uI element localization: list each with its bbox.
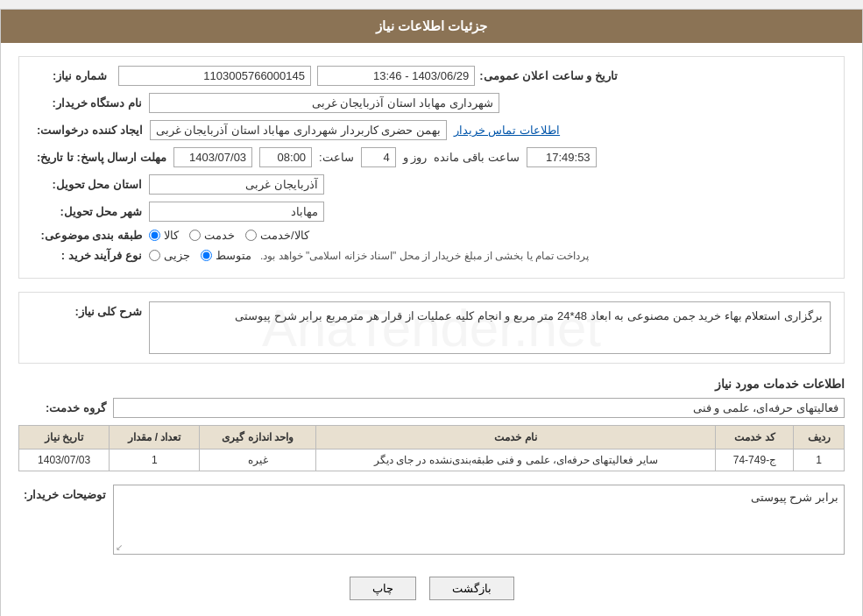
noe-radio-group: متوسط جزیی [149, 249, 251, 262]
mohlat-roz-value: 4 [361, 147, 396, 167]
tabaghe-kala[interactable]: کالا [149, 229, 179, 242]
sharh-row: برگزاری استعلام بهاء خرید جمن مصنوعی به … [32, 301, 831, 354]
cell-kod: ج-749-74 [716, 450, 794, 471]
mohlat-mande-label: ساعت باقی مانده [434, 151, 519, 164]
col-tarikh: تاریخ نیاز [19, 426, 110, 450]
buyer-notes-section: برابر شرح پیوستی ↙ توضیحات خریدار: [18, 485, 845, 555]
tarikh-label: تاریخ و ساعت اعلان عمومی: [479, 69, 618, 82]
tabaghe-radio-group: کالا/خدمت خدمت کالا [149, 229, 309, 242]
buyer-notes-box: برابر شرح پیوستی ↙ [113, 485, 845, 555]
noe-motavaset-radio[interactable] [201, 250, 212, 261]
button-row: بازگشت چاپ [18, 568, 845, 613]
tabaghe-khadmat[interactable]: خدمت [189, 229, 235, 242]
noe-jozi[interactable]: جزیی [149, 249, 190, 262]
ettelaat-link[interactable]: اطلاعات تماس خریدار [454, 124, 560, 137]
row-namdastgah: شهرداری مهاباد استان آذربایجان غربی نام … [32, 93, 831, 113]
khadamat-title: اطلاعات خدمات مورد نیاز [18, 377, 845, 391]
sharh-value: برگزاری استعلام بهاء خرید جمن مصنوعی به … [149, 301, 831, 354]
khadamat-table: ردیف کد خدمت نام خدمت واحد اندازه گیری ت… [18, 425, 845, 471]
noe-group: پرداخت تمام یا بخشی از مبلغ خریدار از مح… [149, 249, 589, 262]
tabaghe-kalaKhadmat-radio[interactable] [245, 230, 257, 241]
col-vahed: واحد اندازه گیری [200, 426, 315, 450]
noe-label: نوع فرآیند خرید : [37, 249, 142, 262]
row-tabaghe: کالا/خدمت خدمت کالا طبقه بندی موضوعی: [32, 229, 831, 242]
print-button[interactable]: چاپ [350, 577, 416, 600]
buyer-notes-value: برابر شرح پیوستی [751, 491, 838, 504]
tarikh-value: 1403/06/29 - 13:46 [317, 66, 475, 86]
mohlat-group: 17:49:53 ساعت باقی مانده روز و 4 ساعت: 0… [173, 147, 596, 167]
tabaghe-kala-label: کالا [164, 229, 179, 242]
grohe-row: فعالیتهای حرفه‌ای، علمی و فنی گروه خدمت: [18, 398, 845, 418]
noe-motavaset-label: متوسط [216, 249, 251, 262]
shomare-label: شماره نیاز: [37, 69, 107, 82]
mohlat-label: مهلت ارسال پاسخ: تا تاریخ: [37, 151, 166, 164]
noe-note: پرداخت تمام یا بخشی از مبلغ خریدار از مح… [260, 250, 589, 262]
cell-radif: 1 [794, 450, 845, 471]
tabaghe-kala-radio[interactable] [149, 230, 160, 241]
shahr-value: مهاباد [149, 202, 324, 222]
cell-nam: سایر فعالیتهای حرفه‌ای، علمی و فنی طبقه‌… [315, 450, 716, 471]
row-shomare-tarikh: تاریخ و ساعت اعلان عمومی: 1403/06/29 - 1… [32, 66, 831, 86]
col-tedad: تعداد / مقدار [110, 426, 200, 450]
cell-tarikh: 1403/07/03 [19, 450, 110, 471]
page-header: جزئیات اطلاعات نیاز [1, 10, 862, 43]
row-shahr: مهاباد شهر محل تحویل: [32, 202, 831, 222]
back-button[interactable]: بازگشت [429, 577, 514, 600]
namdastgah-value: شهرداری مهاباد استان آذربایجان غربی [149, 93, 499, 113]
buyer-notes-label: توضیحات خریدار: [18, 485, 106, 501]
row-mohlat: 17:49:53 ساعت باقی مانده روز و 4 ساعت: 0… [32, 147, 831, 167]
mohlat-saat-label: ساعت: [319, 151, 354, 164]
tabaghe-khadmat-label: خدمت [204, 229, 235, 242]
col-kod: کد خدمت [716, 426, 794, 450]
row-ostan: آذربایجان غربی استان محل تحویل: [32, 174, 831, 195]
row-noe-farayand: پرداخت تمام یا بخشی از مبلغ خریدار از مح… [32, 249, 831, 262]
cell-tedad: 1 [110, 450, 200, 471]
col-nam: نام خدمت [315, 426, 716, 450]
sharh-label: شرح کلی نیاز: [37, 305, 142, 318]
ijad-group: اطلاعات تماس خریدار بهمن حضری کاربردار ش… [150, 120, 561, 140]
mohlat-saat-value: 08:00 [259, 147, 312, 167]
ostan-value: آذربایجان غربی [149, 174, 324, 195]
mohlat-mande-value: 17:49:53 [527, 147, 597, 167]
tabaghe-kalaKhadmat[interactable]: کالا/خدمت [245, 229, 309, 242]
page-wrapper: جزئیات اطلاعات نیاز تاریخ و ساعت اعلان ع… [0, 9, 863, 616]
mohlat-roz-label: روز و [403, 151, 428, 164]
noe-jozi-radio[interactable] [149, 250, 160, 261]
mohlat-date-value: 1403/07/03 [173, 147, 252, 167]
resize-icon: ↙ [116, 542, 123, 552]
cell-vahed: غیره [200, 450, 315, 471]
ostan-label: استان محل تحویل: [37, 178, 142, 191]
top-form-section: تاریخ و ساعت اعلان عمومی: 1403/06/29 - 1… [18, 56, 845, 279]
tabaghe-label: طبقه بندی موضوعی: [37, 229, 142, 242]
namdastgah-label: نام دستگاه خریدار: [37, 96, 142, 110]
grohe-value: فعالیتهای حرفه‌ای، علمی و فنی [113, 398, 845, 418]
ijad-label: ایجاد کننده درخواست: [37, 124, 143, 137]
khadamat-section: اطلاعات خدمات مورد نیاز فعالیتهای حرفه‌ا… [18, 377, 845, 471]
col-radif: ردیف [794, 426, 845, 450]
ijad-value: بهمن حضری کاربردار شهرداری مهاباد استان … [150, 120, 447, 140]
table-row: 1 ج-749-74 سایر فعالیتهای حرفه‌ای، علمی … [19, 450, 845, 471]
page-title: جزئیات اطلاعات نیاز [376, 18, 487, 33]
tabaghe-kalaKhadmat-label: کالا/خدمت [260, 229, 309, 242]
content-area: تاریخ و ساعت اعلان عمومی: 1403/06/29 - 1… [1, 43, 862, 616]
row-ijad: اطلاعات تماس خریدار بهمن حضری کاربردار ش… [32, 120, 831, 140]
shomare-value: 1103005766000145 [118, 66, 311, 86]
sharh-section: برگزاری استعلام بهاء خرید جمن مصنوعی به … [18, 292, 845, 364]
grohe-label: گروه خدمت: [18, 401, 106, 414]
noe-motavaset[interactable]: متوسط [201, 249, 251, 262]
shahr-label: شهر محل تحویل: [37, 205, 142, 218]
noe-jozi-label: جزیی [164, 249, 190, 262]
tabaghe-khadmat-radio[interactable] [189, 230, 201, 241]
